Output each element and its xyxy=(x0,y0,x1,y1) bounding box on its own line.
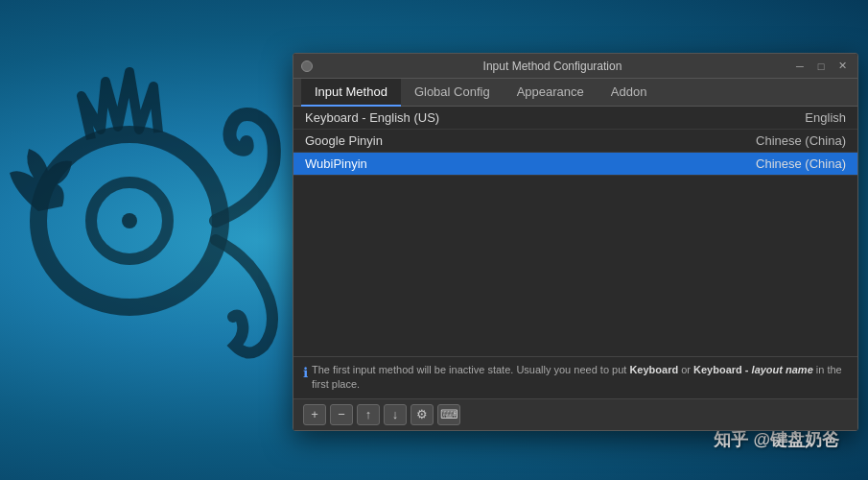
bottom-toolbar: + − ↑ ↓ ⚙ ⌨ xyxy=(293,398,857,430)
remove-button[interactable]: − xyxy=(330,404,353,425)
window-controls xyxy=(301,60,313,72)
watermark: 知乎 @键盘奶爸 xyxy=(714,428,839,451)
window: Input Method Configuration ─ □ ✕ Input M… xyxy=(293,53,858,431)
im-language: Chinese (China) xyxy=(756,156,846,171)
empty-space xyxy=(293,176,857,324)
tab-bar: Input Method Global Config Appearance Ad… xyxy=(293,79,857,107)
status-bar: ℹ The first input method will be inactiv… xyxy=(293,356,857,398)
tab-input-method[interactable]: Input Method xyxy=(301,79,401,107)
dragon-silhouette xyxy=(0,19,297,403)
im-language: English xyxy=(805,110,846,125)
maximize-button[interactable]: □ xyxy=(813,60,829,72)
im-name: WubiPinyin xyxy=(305,156,756,171)
window-controls-btn[interactable] xyxy=(301,60,313,72)
im-row-wubi-pinyin[interactable]: WubiPinyin Chinese (China) xyxy=(293,153,857,176)
im-language: Chinese (China) xyxy=(756,133,846,148)
tab-global-config[interactable]: Global Config xyxy=(401,79,504,107)
im-row-google-pinyin[interactable]: Google Pinyin Chinese (China) xyxy=(293,130,857,153)
im-name: Google Pinyin xyxy=(305,133,756,148)
minimize-button[interactable]: ─ xyxy=(792,60,808,72)
window-action-buttons: ─ □ ✕ xyxy=(792,60,850,72)
input-method-list: Keyboard - English (US) English Google P… xyxy=(293,107,857,176)
status-text: The first input method will be inactive … xyxy=(312,363,848,393)
svg-point-2 xyxy=(122,213,137,228)
move-up-button[interactable]: ↑ xyxy=(357,404,380,425)
window-title: Input Method Configuration xyxy=(313,60,792,73)
close-button[interactable]: ✕ xyxy=(834,60,850,72)
content-area: Keyboard - English (US) English Google P… xyxy=(293,107,857,356)
add-button[interactable]: + xyxy=(303,404,326,425)
im-row-keyboard-english[interactable]: Keyboard - English (US) English xyxy=(293,107,857,130)
move-down-button[interactable]: ↓ xyxy=(384,404,407,425)
tab-appearance[interactable]: Appearance xyxy=(504,79,598,107)
keyboard-layout-button[interactable]: ⌨ xyxy=(437,404,460,425)
titlebar: Input Method Configuration ─ □ ✕ xyxy=(293,54,857,79)
info-icon: ℹ xyxy=(303,364,308,383)
im-name: Keyboard - English (US) xyxy=(305,110,805,125)
settings-button[interactable]: ⚙ xyxy=(411,404,434,425)
tab-addon[interactable]: Addon xyxy=(598,79,661,107)
